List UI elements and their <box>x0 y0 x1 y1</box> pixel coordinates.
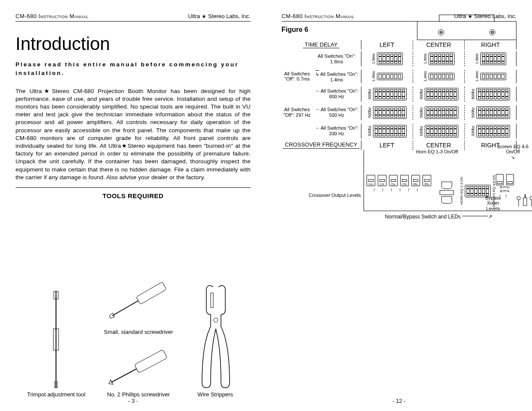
bypass-label: Bypass Xover Levels <box>480 195 506 212</box>
time-delay-header: TIME DELAY LEFT CENTER RIGHT <box>282 40 517 50</box>
chassis-outline <box>417 22 517 40</box>
dip-switch-icon <box>429 53 454 65</box>
tool-wire-strippers: Wire Strippers <box>192 279 239 398</box>
header-left: CM-680 Instruction Manual Ultra ★ Stereo… <box>16 13 251 22</box>
svg-point-17 <box>517 196 520 200</box>
tool-screwdrivers: Small, standard screwdriver No. 2 Philli… <box>100 273 177 398</box>
screw-icon <box>489 29 495 35</box>
dip-switch-icon <box>425 88 458 100</box>
col-left: LEFT <box>361 40 413 50</box>
dip-switch-icon <box>480 73 506 80</box>
dip-switch-icon <box>476 125 510 137</box>
tool-trimpot: Trimpot adjustment tool <box>27 288 85 398</box>
svg-point-21 <box>530 196 532 200</box>
crossover-pots: Llo Lhi Clo Chi Rlo Rhi <box>367 175 431 186</box>
pot: Chi <box>400 175 409 186</box>
toggle-switch-icon <box>523 194 528 207</box>
dip-switch-icon <box>377 53 403 65</box>
connector-icon <box>438 178 455 207</box>
row-800hz: x → All Switches "On": 800 Hz 800hz 800h… <box>282 85 517 103</box>
leds-switch <box>516 188 532 207</box>
screw-icon <box>438 29 444 35</box>
col-center: CENTER <box>413 40 465 50</box>
divider <box>16 187 251 188</box>
dip-switch-icon <box>373 106 407 119</box>
star-icon: ★ <box>202 13 206 19</box>
horn-eq-label: Horn EQ 1-3 On/Off <box>416 149 459 155</box>
svg-line-5 <box>112 301 139 316</box>
svg-marker-6 <box>109 313 115 319</box>
led-icon <box>529 196 532 207</box>
page-left: CM-680 Instruction Manual Ultra ★ Stereo… <box>0 0 266 411</box>
svg-rect-4 <box>136 282 167 304</box>
page-number-left: - 3 - <box>16 398 251 404</box>
brand: Ultra ★ Stereo Labs, Inc. <box>188 13 251 19</box>
row-330hz: x → All Switches "On": 330 Hz 330hz 330h… <box>282 122 517 140</box>
phillips-screwdriver-icon <box>100 344 177 391</box>
pot: Rlo <box>411 175 420 186</box>
page-spread: CM-680 Instruction Manual Ultra ★ Stereo… <box>0 0 532 411</box>
figure-6: Figure 6 TIME DELAY LEFT CENTER <box>282 22 517 398</box>
dip-switch-icon <box>480 53 506 65</box>
read-first-notice: Please read this entire manual before co… <box>16 60 251 78</box>
screen-eq-label: Screen EQ 4-6 On/Off↘ <box>492 144 532 160</box>
tools-figure: Trimpot adjustment tool Small, standard … <box>16 202 251 398</box>
dip-switch-icon <box>373 88 407 100</box>
bypass-pot <box>506 174 514 185</box>
row-500hz: All Switches "Off": 297 Hz → All Switche… <box>282 103 517 122</box>
crossover-header: CROSSOVER FREQUENCY LEFT CENTER RIGHT <box>282 140 517 150</box>
pot: Lhi <box>378 175 386 186</box>
dip-switch-icon <box>425 125 458 137</box>
page-number-right: - 12 - <box>282 398 517 404</box>
col-right: RIGHT <box>465 40 516 50</box>
svg-rect-19 <box>523 198 527 206</box>
xover-output-label: Crossover Output Levels <box>308 193 361 198</box>
dip-switch-icon <box>425 106 458 119</box>
normal-bypass-label: Normal/Bypass Switch and LEDs ↗ <box>361 214 517 220</box>
intro-body: The Ultra★Stereo CM-680 Projection Booth… <box>16 87 251 182</box>
manual-title: CM-680 Instruction Manual <box>16 13 88 19</box>
page-title: Introduction <box>16 34 251 54</box>
pot: Rhi <box>423 175 431 186</box>
dip-switch-icon <box>377 73 403 80</box>
pot: Llo <box>367 175 375 186</box>
trimpot-icon <box>43 288 69 391</box>
led-icon <box>516 196 521 207</box>
pot: Clo <box>389 175 398 186</box>
wire-strippers-icon <box>192 279 239 391</box>
row-1-8ms: x All Switches "On": 1.8ms 1.8ms 1.8ms 1… <box>282 50 517 68</box>
dip-switch-icon <box>429 73 454 80</box>
dip-switch-icon <box>476 88 510 100</box>
row-1-4ms: All Switches "Off": 0.7ms ↳ All Switches… <box>282 68 517 85</box>
bottom-panel: Horn EQ 1-3 On/Off Screen EQ 4-6 On/Off↘… <box>364 150 532 211</box>
manual-title: CM-680 Instruction Manual <box>282 13 355 19</box>
dip-switch-icon <box>373 125 407 137</box>
svg-line-8 <box>111 369 137 382</box>
bypass-pot <box>496 174 504 185</box>
page-right: CM-680 Instruction Manual Ultra ★ Stereo… <box>266 0 532 411</box>
tools-heading: TOOLS REQUIRED <box>16 192 251 199</box>
figure-title: Figure 6 <box>282 26 361 34</box>
dip-switch-icon <box>476 106 510 119</box>
small-screwdriver-icon <box>100 273 177 329</box>
svg-rect-7 <box>134 349 168 373</box>
